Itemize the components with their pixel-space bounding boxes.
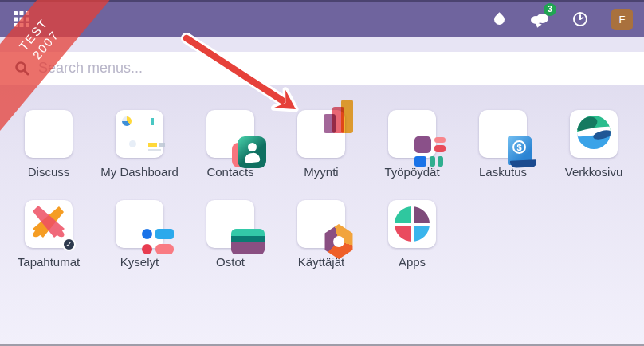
app-events[interactable]: ✓ Tapahtumat [3, 200, 94, 269]
droplet-button[interactable] [489, 10, 509, 29]
app-contacts[interactable]: Contacts [185, 110, 276, 179]
app-website[interactable]: Verkkosivu [548, 110, 639, 179]
grid-icon [14, 11, 29, 27]
activities-button[interactable] [571, 10, 590, 29]
app-label-discuss: Discuss [28, 165, 70, 179]
search-input[interactable] [38, 60, 644, 77]
messages-button[interactable]: 3 [530, 10, 549, 29]
events-app-icon [31, 205, 66, 240]
app-boards[interactable]: Työpöydät [367, 110, 457, 179]
apps-menu-button[interactable] [8, 6, 35, 33]
app-switcher-screen: 3 F Discuss My Dashboard [0, 0, 644, 346]
app-users[interactable]: Käyttäjät [276, 200, 367, 269]
apps-app-icon [395, 206, 430, 242]
apps-grid: Discuss My Dashboard Contacts Myynti Työ… [3, 110, 644, 269]
app-purchase[interactable]: Ostot [185, 200, 276, 269]
app-sales[interactable]: Myynti [276, 110, 367, 179]
app-label-surveys: Kyselyt [120, 255, 159, 269]
app-label-dashboard: My Dashboard [100, 165, 179, 179]
search-icon [14, 61, 30, 77]
app-label-events: Tapahtumat [18, 255, 80, 269]
app-label-sales: Myynti [304, 165, 338, 179]
topbar-substrip [0, 37, 644, 52]
app-label-website: Verkkosivu [565, 165, 623, 179]
app-surveys[interactable]: Kyselyt [94, 200, 185, 269]
systray: 3 F [489, 9, 633, 30]
app-label-boards: Työpöydät [384, 165, 439, 179]
droplet-icon [492, 12, 506, 26]
clock-icon [572, 11, 588, 27]
apps-area: Discuss My Dashboard Contacts Myynti Työ… [0, 85, 644, 346]
app-label-purchase: Ostot [216, 255, 245, 269]
topbar: 3 F [0, 0, 644, 37]
app-apps[interactable]: Apps [367, 200, 457, 269]
app-discuss[interactable]: Discuss [3, 110, 94, 179]
app-label-apps: Apps [399, 255, 426, 269]
search-bar [0, 52, 644, 85]
user-avatar[interactable]: F [611, 9, 633, 30]
app-invoicing[interactable]: $ Laskutus [457, 110, 548, 179]
app-dashboard[interactable]: My Dashboard [94, 110, 185, 179]
website-app-icon [576, 115, 611, 150]
installed-check-badge: ✓ [62, 238, 76, 251]
messages-badge: 3 [544, 3, 556, 16]
